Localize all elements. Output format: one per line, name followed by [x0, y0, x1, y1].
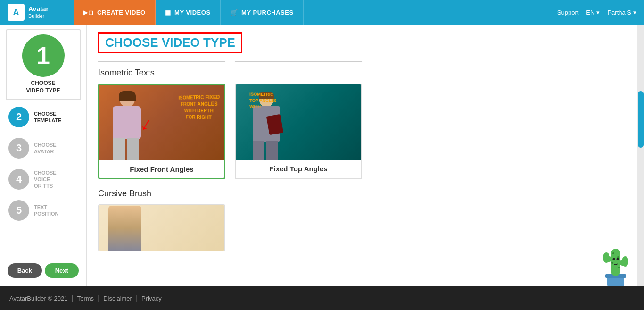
card1-text-overlay: ISOMETRIC FIXEDFRONT ANGLESWITH DEPTHFOR…: [179, 94, 220, 121]
sidebar-item-choose-avatar[interactable]: 3 CHOOSEAVATAR: [4, 134, 83, 162]
card2-content: ISOMETRICTOP ANGLESWITH: [236, 84, 361, 160]
svg-point-10: [618, 267, 620, 268]
header-right: Support EN ▾ Partha S ▾: [557, 9, 636, 16]
nav-links: ▶◻ CREATE VIDEO ▦ MY VIDEOS 🛒 MY PURCHAS…: [74, 0, 557, 25]
svg-point-9: [611, 262, 613, 264]
scrollbar-track[interactable]: [637, 25, 644, 286]
my-videos-icon: ▦: [165, 9, 171, 16]
support-link[interactable]: Support: [557, 9, 579, 16]
nav-my-videos[interactable]: ▦ MY VIDEOS: [156, 0, 221, 25]
sidebar-item-text-position[interactable]: 5 TEXTPOSITION: [4, 196, 83, 225]
card-fixed-front-angles[interactable]: ISOMETRIC FIXEDFRONT ANGLESWITH DEPTHFOR…: [98, 84, 225, 179]
card2-label: Fixed Top Angles: [236, 160, 361, 177]
sidebar-item-choose-video-type[interactable]: 1 CHOOSEVIDEO TYPE: [6, 29, 81, 100]
step4-circle: 4: [8, 169, 29, 190]
footer-sep-3: |: [136, 294, 138, 302]
sidebar-nav-buttons: Back Next: [4, 260, 83, 282]
footer-privacy-link[interactable]: Privacy: [141, 295, 162, 302]
svg-point-7: [612, 252, 614, 254]
footer-sep-2: |: [98, 294, 99, 302]
step2-circle: 2: [8, 107, 29, 127]
cactus-decoration: [597, 239, 635, 286]
svg-point-12: [617, 258, 619, 260]
svg-rect-4: [603, 252, 609, 263]
cursive-section: Cursive Brush: [98, 189, 626, 251]
sidebar: 1 CHOOSEVIDEO TYPE 2 CHOOSETEMPLATE 3 CH…: [0, 25, 87, 286]
back-button[interactable]: Back: [8, 263, 42, 278]
step1-circle: 1: [22, 34, 65, 77]
scrollbar-thumb[interactable]: [638, 91, 644, 148]
chevron-down-icon: ▾: [596, 9, 600, 16]
footer-terms-link[interactable]: Terms: [77, 295, 94, 302]
header: A Avatar Builder ▶◻ CREATE VIDEO ▦ MY VI…: [0, 0, 644, 25]
card2-text-overlay: ISOMETRICTOP ANGLESWITH: [249, 91, 277, 109]
svg-point-8: [617, 256, 619, 258]
svg-rect-6: [622, 256, 628, 267]
footer-copyright: AvatarBuilder © 2021: [9, 295, 68, 302]
video-type-grid: ISOMETRIC FIXEDFRONT ANGLESWITH DEPTHFOR…: [98, 84, 626, 179]
card-fixed-top-angles[interactable]: ISOMETRICTOP ANGLESWITH Fixed Top Angles: [235, 84, 362, 179]
card2-background: ISOMETRICTOP ANGLESWITH: [236, 84, 361, 160]
sidebar-item-choose-voice[interactable]: 4 CHOOSEVOICEOR TTS: [4, 165, 83, 193]
create-video-icon: ▶◻: [83, 9, 93, 16]
nav-create-video[interactable]: ▶◻ CREATE VIDEO: [74, 0, 156, 25]
main-layout: 1 CHOOSEVIDEO TYPE 2 CHOOSETEMPLATE 3 CH…: [0, 25, 644, 286]
card-cursive-brush[interactable]: [98, 204, 225, 251]
language-selector[interactable]: EN ▾: [586, 9, 600, 16]
nav-my-purchases[interactable]: 🛒 MY PURCHASES: [221, 0, 304, 25]
card1-image: ISOMETRIC FIXEDFRONT ANGLESWITH DEPTHFOR…: [99, 85, 224, 160]
card2-image: ISOMETRICTOP ANGLESWITH: [236, 84, 361, 160]
page-title: CHOOSE VIDEO TYPE: [98, 32, 242, 53]
section-cursive-brush: Cursive Brush: [98, 189, 626, 199]
card1-background: ISOMETRIC FIXEDFRONT ANGLESWITH DEPTHFOR…: [99, 85, 224, 160]
footer-disclaimer-link[interactable]: Disclaimer: [103, 295, 132, 302]
logo[interactable]: A Avatar Builder: [8, 4, 64, 21]
section-dividers: [98, 61, 626, 62]
logo-text: Avatar Builder: [28, 6, 49, 18]
user-chevron-icon: ▾: [633, 9, 636, 16]
user-menu[interactable]: Partha S ▾: [607, 9, 636, 16]
section-isometric-texts: Isometric Texts: [98, 68, 626, 78]
step5-label: TEXTPOSITION: [34, 204, 59, 218]
next-button[interactable]: Next: [45, 263, 79, 278]
footer-sep-1: |: [72, 294, 74, 302]
step4-label: CHOOSEVOICEOR TTS: [34, 169, 57, 190]
cursive-card-preview: [99, 205, 224, 251]
logo-icon: A: [8, 4, 25, 21]
card1-label: Fixed Front Angles: [99, 160, 224, 178]
content-area: CHOOSE VIDEO TYPE Isometric Texts: [87, 25, 637, 286]
step5-circle: 5: [8, 200, 29, 221]
divider-1: [98, 61, 225, 62]
step1-label: CHOOSEVIDEO TYPE: [26, 80, 60, 94]
footer: AvatarBuilder © 2021 | Terms | Disclaime…: [0, 286, 644, 310]
cart-icon: 🛒: [230, 9, 238, 16]
divider-2: [235, 61, 362, 62]
step3-circle: 3: [8, 138, 29, 159]
step3-label: CHOOSEAVATAR: [34, 142, 57, 155]
sidebar-item-choose-template[interactable]: 2 CHOOSETEMPLATE: [4, 103, 83, 131]
cursive-avatar: [108, 206, 141, 251]
svg-point-11: [613, 258, 615, 260]
step2-label: CHOOSETEMPLATE: [34, 110, 61, 124]
